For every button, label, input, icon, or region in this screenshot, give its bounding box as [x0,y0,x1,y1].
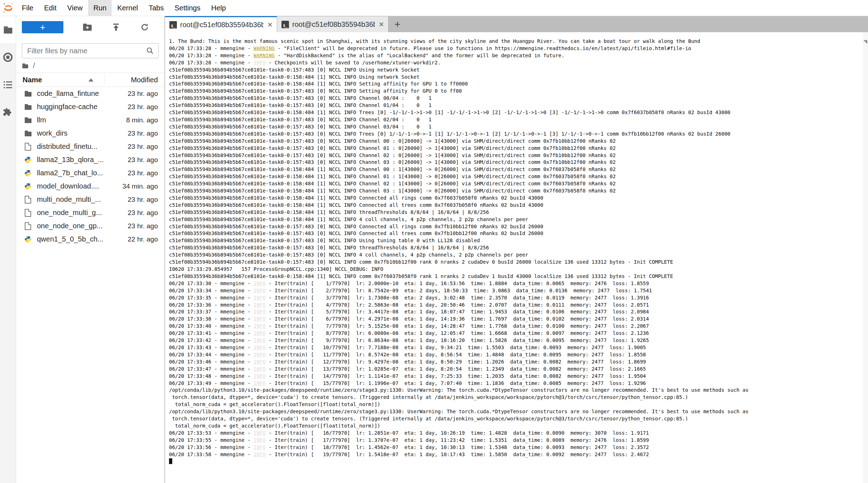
terminal-tab-bar: $_ root@c51ef08b35594b36b × $_ root@c51e… [165,16,868,32]
upload-icon[interactable] [111,23,121,32]
file-modified: 34 min. ago [122,182,158,190]
folder-icon [24,90,32,98]
file-name: one_node_multi_g... [37,209,102,217]
python-icon [24,156,32,164]
folder-icon [24,103,32,111]
file-name: one_node_one_gp... [37,222,103,230]
file-modified: 23 hr. ago [127,169,158,177]
terminal-lines: 1. The Bund: This is the most famous sce… [165,32,868,465]
file-row[interactable]: multi_node_multi_... 23 hr. ago [16,193,164,206]
terminal-icon: $_ [281,21,289,28]
filter-files-box [22,43,159,58]
menu-item-label: Run [93,4,107,12]
file-row[interactable]: distributed_finetu... 23 hr. ago [16,140,164,153]
close-icon[interactable]: × [267,20,273,29]
menu-item-help[interactable]: Help [206,0,231,16]
file-name: llama2_7b_chat_lo... [37,169,103,177]
file-modified: 22 hr. ago [127,235,158,243]
menu-item-label: Kernel [117,4,138,12]
sidebar-item-file-browser[interactable] [0,16,16,43]
terminal-tab-label: root@c51ef08b35594b36b [180,21,264,29]
new-folder-icon[interactable] [83,23,92,32]
file-row[interactable]: huggingface-cache 23 hr. ago [16,100,164,113]
file-row[interactable]: llama2_7b_chat_lo... 23 hr. ago [16,166,164,180]
column-divider [104,74,105,85]
file-modified: 23 hr. ago [127,196,158,204]
menu-item-label: View [67,4,83,12]
menu-item-tabs[interactable]: Tabs [143,0,169,16]
menu-item-file[interactable]: File [16,0,39,16]
menu-item-label: Tabs [149,4,164,12]
close-icon[interactable]: × [378,20,385,29]
file-row[interactable]: one_node_one_gp... 23 hr. ago [16,219,164,233]
menu-item-kernel[interactable]: Kernel [112,0,143,16]
folder-icon [24,116,32,124]
terminal-scrollbar[interactable] [863,32,868,483]
home-folder-icon[interactable] [22,64,28,68]
file-row[interactable]: one_node_multi_g... 23 hr. ago [16,206,164,219]
file-row[interactable]: work_dirs 23 hr. ago [16,127,164,140]
column-name-label: Name [23,76,42,84]
menu-item-view[interactable]: View [62,0,88,16]
file-modified: 23 hr. ago [127,130,158,137]
menu-item-edit[interactable]: Edit [39,0,62,16]
file-modified: 23 hr. ago [127,222,158,230]
file-name: llama2_13b_qlora_... [37,156,104,164]
file-list-header: Name Modified [16,73,164,87]
search-icon [146,47,154,55]
refresh-icon[interactable] [140,23,149,32]
file-name: huggingface-cache [37,103,97,111]
column-header-name[interactable]: Name [23,76,93,84]
file-modified: 23 hr. ago [127,209,158,217]
file-name: work_dirs [37,129,68,137]
file-row[interactable]: model_download.... 34 min. ago [16,180,164,193]
menu-item-label: Settings [174,4,200,12]
sidebar-item-running-sessions[interactable] [0,43,16,71]
file-row[interactable]: llm 8 min. ago [16,113,164,127]
terminal-output[interactable]: 1. The Bund: This is the most famous sce… [165,32,868,483]
list-icon [3,80,13,89]
menu-bar: File Edit View Run Kernel Tabs Settings … [0,0,868,16]
file-modified: 23 hr. ago [127,156,158,164]
column-header-modified[interactable]: Modified [131,76,158,84]
file-icon [24,222,32,230]
breadcrumb-root[interactable]: / [33,62,35,70]
file-name: llm [37,116,46,124]
menu-item-settings[interactable]: Settings [169,0,206,16]
terminal-tab[interactable]: $_ root@c51ef08b35594b36b × [165,16,277,32]
breadcrumb[interactable]: / [16,58,164,73]
sidebar-item-extensions[interactable] [0,98,16,126]
file-modified: 23 hr. ago [127,143,158,151]
folder-icon [24,130,32,137]
file-modified: 23 hr. ago [127,90,158,98]
filter-files-input[interactable] [26,47,146,55]
terminal-tab[interactable]: $_ root@c51ef08b35594b36b × [277,16,389,32]
file-icon [24,209,32,217]
file-name: multi_node_multi_... [37,195,101,204]
python-icon [24,169,32,177]
file-icon [24,196,32,204]
file-browser-toolbar: + [16,16,164,38]
file-icon [24,143,32,151]
file-name: code_llama_fintune [37,89,99,98]
menu-item-label: File [22,4,33,12]
file-row[interactable]: code_llama_fintune 23 hr. ago [16,87,164,100]
terminal-tab-label: root@c51ef08b35594b36b [292,20,375,29]
terminal-icon: $_ [169,21,177,29]
file-modified: 8 min. ago [126,116,158,124]
activity-bar [0,16,16,483]
new-launcher-button[interactable]: + [22,21,63,33]
sidebar-item-table-of-contents[interactable] [0,71,16,98]
file-row[interactable]: qwen1_5_0_5b_ch... 22 hr. ago [16,233,164,246]
python-icon [24,235,32,243]
new-tab-button[interactable]: + [389,16,406,32]
file-name: model_download.... [37,182,99,190]
file-row[interactable]: llama2_13b_qlora_... 23 hr. ago [16,153,164,166]
menu-item-run[interactable]: Run [88,0,112,16]
terminal-cursor [169,458,172,464]
menu-item-label: Edit [44,4,56,12]
stop-circle-icon [3,52,13,62]
file-browser-panel: + / [16,16,165,483]
file-name: qwen1_5_0_5b_ch... [37,235,103,243]
scroll-indicator-icon [863,40,867,44]
